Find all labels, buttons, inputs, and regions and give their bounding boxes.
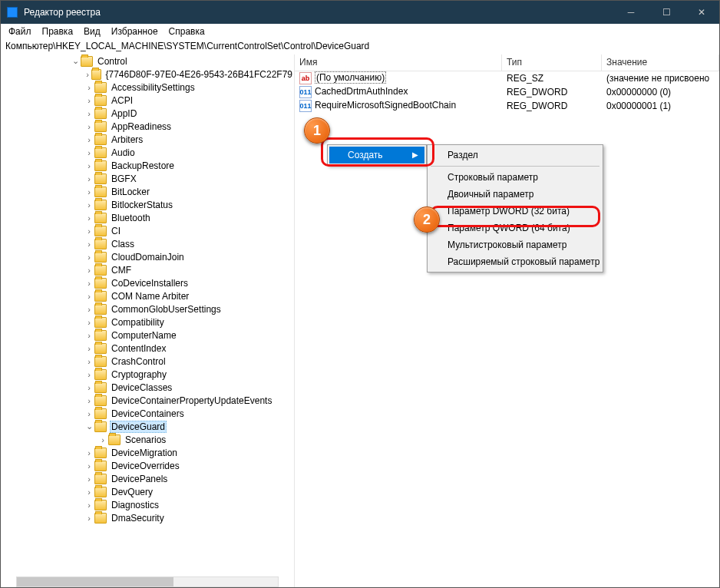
expand-icon[interactable]: › [84,161,94,170]
expand-icon[interactable]: › [84,500,94,510]
tree-item[interactable]: ›CI [1,224,294,237]
expand-icon[interactable]: › [84,305,94,314]
expand-icon[interactable]: › [84,318,94,327]
value-row[interactable]: ab(По умолчанию)REG_SZ(значение не присв… [295,71,719,85]
maximize-button[interactable]: ☐ [649,1,684,24]
tree-item[interactable]: ›CloudDomainJoin [1,250,294,263]
close-button[interactable]: ✕ [684,1,719,24]
expand-icon[interactable]: › [84,383,94,392]
tree-item[interactable]: ›BackupRestore [1,159,294,172]
tree-item[interactable]: ›ComputerName [1,329,294,342]
expand-icon[interactable]: › [84,96,94,105]
menu-item-qword[interactable]: Параметр QWORD (64 бита) [429,220,601,236]
expand-icon[interactable]: › [84,187,94,197]
tree-item[interactable]: ›DeviceOverrides [1,459,294,472]
tree-item[interactable]: ›BitlockerStatus [1,198,294,211]
expand-icon[interactable]: › [84,122,94,131]
tree-item[interactable]: ›Compatibility [1,315,294,329]
tree-item[interactable]: ›ContentIndex [1,342,294,355]
tree-pane[interactable]: ⌄Control›{7746D80F-97E0-4E26-9543-26B41F… [1,55,295,588]
expand-icon[interactable]: › [84,109,94,118]
tree-item[interactable]: ›Audio [1,146,294,159]
tree-item[interactable]: ›DeviceContainers [1,407,294,420]
expand-icon[interactable]: › [84,409,94,418]
menu-item-key[interactable]: Раздел [429,147,601,164]
expand-icon[interactable]: › [84,514,94,523]
tree-item[interactable]: ›Arbiters [1,133,294,146]
expand-icon[interactable]: › [84,174,94,183]
tree-item[interactable]: ›Class [1,237,294,250]
tree-item[interactable]: ›CoDeviceInstallers [1,276,294,289]
column-value[interactable]: Значение [602,55,719,71]
column-type[interactable]: Тип [502,55,602,71]
expand-icon[interactable]: › [84,253,94,262]
expand-icon[interactable]: › [84,266,94,275]
expand-icon[interactable]: › [84,487,94,497]
folder-icon [94,343,107,354]
expand-icon[interactable]: › [84,474,94,484]
menu-item-multistring[interactable]: Мультистроковый параметр [429,236,601,253]
tree-item[interactable]: ›DevicePanels [1,472,294,485]
tree-item[interactable]: ›DeviceMigration [1,446,294,459]
tree-item[interactable]: ⌄Control [1,55,294,68]
minimize-button[interactable]: ─ [613,1,649,24]
menu-item-dword[interactable]: Параметр DWORD (32 бита) [429,203,601,220]
menu-item-create[interactable]: Создать ▶ [329,147,424,164]
menu-item-binary[interactable]: Двоичный параметр [429,186,601,203]
menu-edit[interactable]: Правка [38,25,78,38]
expand-icon[interactable]: › [84,279,94,288]
menu-file[interactable]: Файл [4,25,36,38]
tree-item[interactable]: ›CrashControl [1,355,294,368]
expand-icon[interactable]: › [84,396,94,405]
tree-item[interactable]: ›CMF [1,263,294,276]
tree-item[interactable]: ›Cryptography [1,368,294,381]
tree-item[interactable]: ›COM Name Arbiter [1,289,294,302]
menu-item-expandstring[interactable]: Расширяемый строковый параметр [429,253,601,270]
tree-item[interactable]: ›Scenarios [1,433,294,446]
expand-icon[interactable]: › [84,70,91,79]
expand-icon[interactable]: › [84,239,94,249]
tree-item-label: CMF [110,265,133,276]
menu-view[interactable]: Вид [79,25,105,38]
tree-item[interactable]: ›AppReadiness [1,120,294,133]
expand-icon[interactable]: › [84,213,94,223]
column-name[interactable]: Имя [295,55,502,71]
expand-icon[interactable]: ⌄ [70,56,81,66]
expand-icon[interactable]: › [97,435,108,444]
expand-icon[interactable]: › [84,135,94,144]
tree-item[interactable]: ›BitLocker [1,185,294,198]
tree-horizontal-scrollbar[interactable] [16,576,279,587]
expand-icon[interactable]: › [84,226,94,236]
expand-icon[interactable]: › [84,448,94,458]
tree-item[interactable]: ›AccessibilitySettings [1,81,294,94]
tree-item[interactable]: ›DevQuery [1,485,294,498]
value-list-pane[interactable]: Имя Тип Значение ab(По умолчанию)REG_SZ(… [295,55,719,588]
address-bar[interactable]: Компьютер\HKEY_LOCAL_MACHINE\SYSTEM\Curr… [1,39,719,55]
tree-item[interactable]: ›DeviceClasses [1,381,294,394]
expand-icon[interactable]: › [84,370,94,379]
expand-icon[interactable]: › [84,461,94,471]
value-row[interactable]: 011RequireMicrosoftSignedBootChainREG_DW… [295,99,719,113]
tree-item[interactable]: ⌄DeviceGuard [1,420,294,433]
tree-item[interactable]: ›DeviceContainerPropertyUpdateEvents [1,394,294,407]
tree-item[interactable]: ›{7746D80F-97E0-4E26-9543-26B41FC22F79 [1,68,294,81]
value-row[interactable]: 011CachedDrtmAuthIndexREG_DWORD0x0000000… [295,85,719,99]
expand-icon[interactable]: › [84,200,94,210]
tree-item[interactable]: ›CommonGlobUserSettings [1,302,294,315]
expand-icon[interactable]: › [84,83,94,92]
tree-item[interactable]: ›Diagnostics [1,498,294,511]
tree-item[interactable]: ›Bluetooth [1,211,294,224]
tree-item[interactable]: ›ACPI [1,94,294,107]
expand-icon[interactable]: › [84,148,94,157]
expand-icon[interactable]: › [84,292,94,301]
expand-icon[interactable]: › [84,331,94,340]
menu-item-string[interactable]: Строковый параметр [429,169,601,186]
tree-item[interactable]: ›AppID [1,107,294,120]
menu-help[interactable]: Справка [164,25,210,38]
menu-favorites[interactable]: Избранное [107,25,163,38]
expand-icon[interactable]: › [84,357,94,366]
expand-icon[interactable]: ⌄ [84,421,94,431]
tree-item[interactable]: ›BGFX [1,172,294,185]
tree-item[interactable]: ›DmaSecurity [1,511,294,524]
expand-icon[interactable]: › [84,344,94,353]
